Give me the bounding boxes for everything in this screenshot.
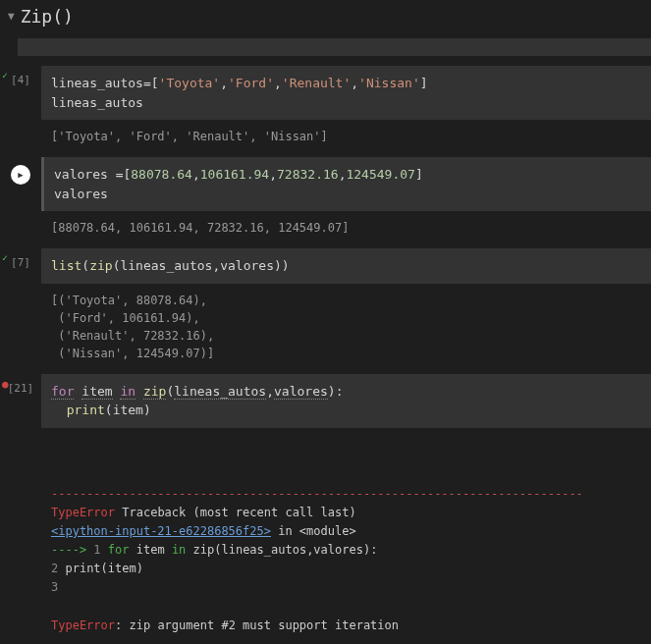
code-editor[interactable]: lineas_autos=['Toyota','Ford','Renault',… — [41, 66, 651, 120]
cell-body: for item in zip(lineas_autos,valores): p… — [41, 374, 651, 645]
cell-gutter: ✓[4] — [0, 66, 41, 153]
status-ok-icon: ✓ — [2, 252, 8, 263]
cell-body: valores =[88078.64,106161.94,72832.16,12… — [41, 157, 651, 244]
output-spacer — [41, 428, 651, 477]
cell-gutter: ●[21] — [0, 374, 41, 645]
notebook-cell: ▶valores =[88078.64,106161.94,72832.16,1… — [0, 157, 651, 244]
code-editor[interactable]: list(zip(lineas_autos,valores)) — [41, 248, 651, 284]
cell-body: lineas_autos=['Toyota','Ford','Renault',… — [41, 66, 651, 153]
cell-output: [88078.64, 106161.94, 72832.16, 124549.0… — [41, 211, 651, 244]
execution-count: [7] — [11, 256, 30, 269]
cell-output: [('Toyota', 88078.64), ('Ford', 106161.9… — [41, 284, 651, 370]
error-traceback: ----------------------------------------… — [41, 477, 651, 644]
notebook-cell: ✓[4]lineas_autos=['Toyota','Ford','Renau… — [0, 66, 651, 153]
cell-body: list(zip(lineas_autos,valores))[('Toyota… — [41, 248, 651, 370]
execution-count: [4] — [11, 74, 30, 86]
traceback-link[interactable]: <ipython-input-21-e62286856f25> — [51, 524, 271, 538]
code-editor[interactable]: for item in zip(lineas_autos,valores): p… — [41, 374, 651, 428]
execution-count: [21] — [8, 382, 34, 395]
code-editor[interactable]: valores =[88078.64,106161.94,72832.16,12… — [41, 157, 651, 211]
run-cell-button[interactable]: ▶ — [11, 165, 30, 185]
status-ok-icon: ✓ — [2, 70, 8, 80]
section-header[interactable]: ▼ Zip() — [0, 0, 651, 32]
collapse-arrow-icon[interactable]: ▼ — [8, 10, 15, 23]
section-title: Zip() — [21, 6, 74, 27]
cell-gutter: ▶ — [0, 157, 41, 244]
empty-cell-bar[interactable] — [18, 38, 651, 56]
cell-gutter: ✓[7] — [0, 248, 41, 370]
notebook-cell: ✓[7]list(zip(lineas_autos,valores))[('To… — [0, 248, 651, 370]
cell-output: ['Toyota', 'Ford', 'Renault', 'Nissan'] — [41, 120, 651, 153]
notebook-cell: ●[21]for item in zip(lineas_autos,valore… — [0, 374, 651, 645]
status-error-icon: ● — [2, 378, 9, 391]
